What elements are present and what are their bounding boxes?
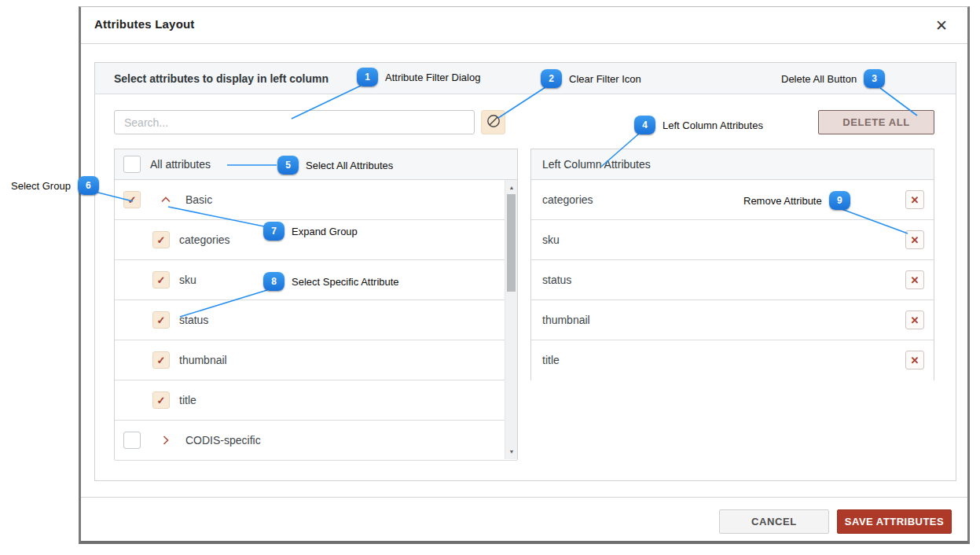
attribute-checkbox[interactable]: ✓ — [152, 351, 170, 369]
selected-row-title: title ✕ — [531, 340, 934, 380]
clear-filter-button[interactable] — [481, 110, 505, 134]
selected-attribute-label: thumbnail — [542, 300, 590, 340]
attribute-checkbox[interactable]: ✓ — [152, 311, 170, 329]
scrollbar[interactable]: ▲ ▼ — [505, 180, 517, 459]
left-column-attributes-header: Left Column Attributes — [531, 149, 934, 180]
selected-row-sku: sku ✕ — [531, 220, 934, 260]
delete-all-button[interactable]: DELETE ALL — [818, 110, 934, 134]
attribute-label: sku — [179, 260, 196, 300]
circle-slash-icon — [485, 112, 502, 133]
dialog-title: Attributes Layout — [94, 17, 195, 31]
attributes-panel: Select attributes to display in left col… — [94, 62, 956, 481]
select-all-checkbox[interactable] — [123, 156, 141, 173]
left-column-attributes-list: Left Column Attributes categories ✕ sku … — [530, 149, 934, 380]
group-checkbox[interactable]: ✓ — [123, 191, 141, 208]
attribute-label: status — [179, 300, 208, 340]
chevron-right-icon[interactable] — [159, 433, 173, 447]
select-all-label: All attributes — [150, 149, 211, 180]
search-input[interactable] — [114, 110, 475, 134]
attribute-checkbox[interactable]: ✓ — [152, 391, 170, 409]
attribute-checkbox[interactable]: ✓ — [152, 231, 170, 248]
selected-row-categories: categories ✕ — [531, 180, 934, 220]
save-attributes-button[interactable]: SAVE ATTRIBUTES — [837, 509, 952, 534]
tree-row-status[interactable]: ✓ status — [115, 300, 517, 340]
callout-6-label: Select Group — [11, 180, 71, 192]
selected-attribute-label: categories — [542, 180, 593, 220]
scroll-up-icon[interactable]: ▲ — [505, 182, 518, 193]
close-icon[interactable]: ✕ — [931, 15, 952, 35]
tree-row-codis-specific[interactable]: CODIS-specific — [115, 421, 517, 461]
selected-row-thumbnail: thumbnail ✕ — [531, 300, 934, 340]
scrollbar-thumb[interactable] — [507, 194, 516, 292]
attribute-checkbox[interactable]: ✓ — [152, 271, 170, 289]
selected-attribute-label: sku — [542, 220, 560, 260]
tree-row-thumbnail[interactable]: ✓ thumbnail — [115, 340, 517, 380]
footer-divider — [81, 497, 967, 498]
remove-attribute-button[interactable]: ✕ — [905, 230, 924, 249]
attribute-tree-list: All attributes ✓ Basic ✓ categories ✓ sk… — [114, 149, 518, 460]
selected-attribute-label: title — [542, 340, 560, 380]
scroll-down-icon[interactable]: ▼ — [505, 446, 518, 458]
attribute-label: categories — [179, 220, 230, 260]
group-label: Basic — [185, 180, 212, 220]
remove-attribute-button[interactable]: ✕ — [905, 270, 924, 289]
tree-row-sku[interactable]: ✓ sku — [115, 260, 517, 300]
title-divider — [81, 43, 967, 44]
cancel-button[interactable]: CANCEL — [719, 509, 829, 534]
panel-header: Select attributes to display in left col… — [95, 63, 956, 94]
attributes-layout-dialog: Attributes Layout ✕ Select attributes to… — [79, 6, 970, 544]
remove-attribute-button[interactable]: ✕ — [905, 190, 924, 209]
tree-row-basic[interactable]: ✓ Basic — [115, 180, 517, 220]
tree-row-title[interactable]: ✓ title — [115, 380, 517, 421]
chevron-up-icon[interactable] — [159, 193, 173, 207]
attribute-label: thumbnail — [179, 340, 227, 380]
attribute-label: title — [179, 380, 196, 421]
group-checkbox[interactable] — [123, 432, 141, 449]
group-label: CODIS-specific — [185, 421, 261, 461]
selected-row-status: status ✕ — [531, 260, 934, 300]
remove-attribute-button[interactable]: ✕ — [905, 311, 924, 329]
page: Attributes Layout ✕ Select attributes to… — [0, 0, 980, 555]
selected-attribute-label: status — [542, 260, 571, 300]
remove-attribute-button[interactable]: ✕ — [905, 351, 924, 369]
select-all-header: All attributes — [115, 149, 517, 180]
left-column-attributes-title: Left Column Attributes — [542, 149, 651, 180]
tree-row-categories[interactable]: ✓ categories — [115, 220, 517, 260]
